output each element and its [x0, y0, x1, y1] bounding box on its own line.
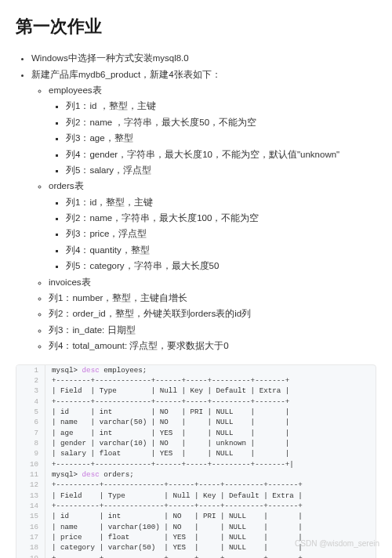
code-line-number: 7	[16, 428, 45, 438]
code-block: 1mysql> desc employees;2+--------+------…	[16, 364, 376, 558]
code-line-number: 5	[16, 407, 45, 417]
table-name-label: employees表	[49, 85, 102, 95]
code-line: | Field | Type | Null | Key | Default | …	[45, 491, 376, 501]
list-item: employees表 列1：id ，整型，主键 列2：name ，字符串，最大长…	[49, 83, 376, 177]
code-line: +----------+--------------+------+-----+…	[45, 480, 376, 490]
code-line: | id | int | NO | PRI | NULL | |	[45, 511, 376, 521]
list-item: 列1：number，整型，主键自增长	[49, 291, 376, 305]
code-line: +--------+-------------+------+-----+---…	[45, 397, 376, 407]
code-line-number: 18	[16, 542, 45, 553]
code-line: +--------+-------------+------+-----+---…	[45, 375, 376, 386]
list-item: 列4：quantity，整型	[66, 243, 376, 257]
code-line: +----------+--------------+------+-----+…	[45, 553, 376, 558]
employees-cols: 列1：id ，整型，主键 列2：name ，字符串，最大长度50，不能为空 列3…	[49, 99, 376, 177]
code-line-number: 14	[16, 501, 45, 511]
code-line: mysql> desc employees;	[45, 365, 376, 375]
code-line-number: 10	[16, 459, 45, 469]
tables-list: employees表 列1：id ，整型，主键 列2：name ，字符串，最大长…	[31, 83, 376, 353]
table-name-label: invoices表	[49, 277, 91, 287]
code-line: | name | varchar(50) | NO | | NULL | |	[45, 417, 376, 427]
list-item: invoices表	[49, 275, 376, 289]
code-line-number: 13	[16, 491, 45, 501]
code-line: | id | int | NO | PRI | NULL | |	[45, 407, 376, 417]
code-line: | gender | varchar(10) | NO | | unknown …	[45, 438, 376, 448]
list-item: 列2：name ，字符串，最大长度50，不能为空	[66, 115, 376, 129]
list-item: 列5：category，字符串，最大长度50	[66, 259, 376, 273]
list-item: 列1：id ，整型，主键	[66, 99, 376, 113]
code-line-number: 9	[16, 448, 45, 458]
code-line-number: 11	[16, 469, 45, 480]
list-item: 列4：gender，字符串，最大长度10，不能为空，默认值"unknown"	[66, 147, 376, 161]
code-line-number: 15	[16, 511, 45, 521]
code-line-number: 6	[16, 417, 45, 427]
code-line-number: 3	[16, 386, 45, 396]
list-item: 列3：in_date: 日期型	[49, 323, 376, 337]
code-line: | name | varchar(100) | NO | | NULL | |	[45, 522, 376, 532]
code-line-number: 1	[16, 365, 45, 375]
list-item: 列2：order_id，整型，外键关联到orders表的id列	[49, 306, 376, 321]
code-line-number: 12	[16, 480, 45, 490]
list-item: 列1：id，整型，主键	[66, 195, 376, 209]
list-item: 列3：price，浮点型	[66, 226, 376, 241]
page-title: 第一次作业	[16, 13, 376, 40]
list-item: 列4：total_amount: 浮点型，要求数据大于0	[49, 339, 376, 353]
watermark: CSDN @wisdom_serein	[295, 538, 379, 550]
code-line-number: 17	[16, 532, 45, 542]
list-item: 新建产品库mydb6_product，新建4张表如下： employees表 列…	[31, 67, 376, 353]
code-line-number: 4	[16, 397, 45, 407]
list-item: Windows中选择一种方式安装mysql8.0	[31, 51, 376, 65]
code-line-number: 8	[16, 438, 45, 448]
list-item: 列2：name，字符串，最大长度100，不能为空	[66, 211, 376, 225]
table-name-label: orders表	[49, 181, 84, 190]
code-line: +--------+-------------+------+-----+---…	[45, 459, 376, 469]
code-line: mysql> desc orders;	[45, 469, 376, 480]
list-item: 列3：age，整型	[66, 131, 376, 145]
code-line: | age | int | YES | | NULL | |	[45, 428, 376, 438]
orders-cols: 列1：id，整型，主键 列2：name，字符串，最大长度100，不能为空 列3：…	[49, 195, 376, 274]
code-line: | salary | float | YES | | NULL | |	[45, 448, 376, 458]
code-line-number: 16	[16, 522, 45, 532]
top-list: Windows中选择一种方式安装mysql8.0 新建产品库mydb6_prod…	[16, 51, 376, 353]
list-item-label: 新建产品库mydb6_product，新建4张表如下：	[31, 70, 221, 79]
list-item: orders表 列1：id，整型，主键 列2：name，字符串，最大长度100，…	[49, 179, 376, 273]
code-line-number: 19	[16, 553, 45, 558]
code-line: | Field | Type | Null | Key | Default | …	[45, 386, 376, 396]
code-line: +----------+--------------+------+-----+…	[45, 501, 376, 511]
list-item: 列5：salary，浮点型	[66, 163, 376, 177]
code-line-number: 2	[16, 375, 45, 386]
